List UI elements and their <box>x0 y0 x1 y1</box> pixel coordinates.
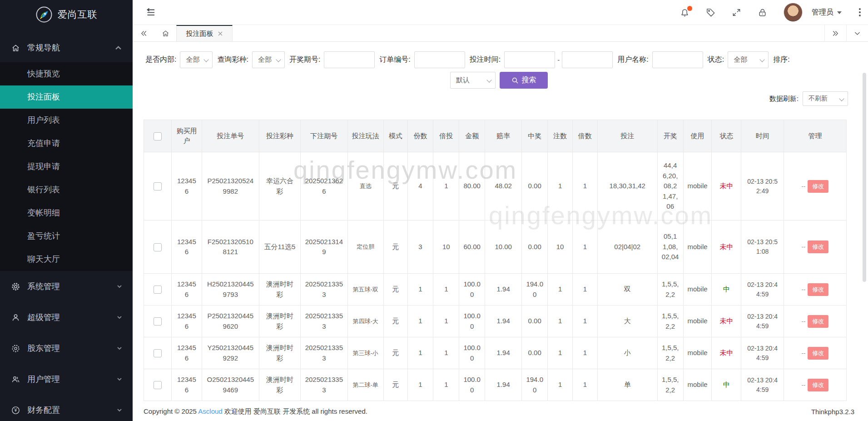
internal-select[interactable]: 全部 <box>180 51 213 68</box>
manage-dash: -- <box>802 381 806 388</box>
cell-play-type: 定位胆 <box>347 221 383 274</box>
manage-dash: -- <box>802 350 806 356</box>
user-menu[interactable]: 管理员 <box>812 8 842 17</box>
row-checkbox[interactable] <box>154 182 162 190</box>
cell-win-amount: 194.00 <box>522 274 548 306</box>
table-row: 123456 P250213205249982 幸运六合彩 2025021362… <box>144 152 847 221</box>
search-button[interactable]: 搜索 <box>500 72 548 89</box>
cell-bet-multiplier: 1 <box>433 306 459 337</box>
col-header: 投注 <box>597 120 657 152</box>
table-row: 123456 H250213204459793 澳洲时时彩 2025021335… <box>144 274 847 306</box>
cell-manage: --修改 <box>784 152 846 221</box>
select-all-cell <box>144 120 172 152</box>
sidebar-item-system-management[interactable]: 系统管理 <box>0 271 133 302</box>
col-header: 使用 <box>683 120 712 152</box>
cell-play-type: 第三球-小 <box>347 337 383 369</box>
fullscreen-icon[interactable] <box>732 8 741 17</box>
modify-button[interactable]: 修改 <box>808 315 828 328</box>
row-checkbox[interactable] <box>154 349 162 357</box>
row-checkbox[interactable] <box>154 243 162 251</box>
tab-options-button[interactable] <box>846 25 868 41</box>
notifications-button[interactable] <box>680 8 689 17</box>
app-window: 爱尚互联 常规导航 快捷预览 投注面板 用户列表 充值申请 提现申请 银 <box>0 0 868 421</box>
sidebar-subitem[interactable]: 用户列表 <box>0 109 133 132</box>
scroll-tabs-left-button[interactable] <box>133 25 154 41</box>
ascloud-link[interactable]: Ascloud <box>198 407 222 415</box>
filter-bar: 是否内部: 全部 查询彩种: 全部 开奖期号: 订单编号: 投注时间: - 用户… <box>144 51 854 68</box>
modify-button[interactable]: 修改 <box>808 347 828 360</box>
cell-play-type: 第五球-双 <box>347 274 383 306</box>
cell-shares: 1 <box>407 274 433 306</box>
cell-lottery: 澳洲时时彩 <box>259 369 300 401</box>
cell-time: 02-13 20:44:59 <box>741 274 784 306</box>
sidebar-subitem-label: 快捷预览 <box>27 69 60 78</box>
sidebar-subitem-label: 盈亏统计 <box>27 231 60 241</box>
sort-select[interactable]: 默认 <box>450 72 496 89</box>
cell-status: 中 <box>712 369 741 401</box>
cell-amount: 100.00 <box>459 306 485 337</box>
order-no-input[interactable] <box>414 51 465 68</box>
cell-multiple: 1 <box>572 274 597 306</box>
home-icon <box>162 30 169 37</box>
cell-lottery: 幸运六合彩 <box>259 152 300 221</box>
cell-period: 20250213149 <box>301 221 348 274</box>
user-avatar[interactable] <box>784 3 803 22</box>
modify-button[interactable]: 修改 <box>808 379 828 391</box>
draw-period-input[interactable] <box>324 51 375 68</box>
vertical-scrollbar[interactable] <box>863 73 866 282</box>
scroll-tabs-right-button[interactable] <box>824 25 846 41</box>
cell-mode: 元 <box>383 369 407 401</box>
sidebar-item-finance-config[interactable]: ¥ 财务配置 <box>0 395 133 421</box>
sidebar-subitem[interactable]: 盈亏统计 <box>0 225 133 248</box>
gear-solid-icon <box>11 282 20 291</box>
bet-time-to-input[interactable] <box>562 51 613 68</box>
col-header: 时间 <box>741 120 784 152</box>
status-select[interactable]: 全部 <box>728 51 769 68</box>
cell-order-no: F250213205108121 <box>202 221 259 274</box>
sidebar-subitem[interactable]: 变帐明细 <box>0 201 133 225</box>
bet-time-from-input[interactable] <box>504 51 555 68</box>
cell-period: 20250213353 <box>301 337 348 369</box>
sidebar-collapse-icon[interactable] <box>145 7 156 18</box>
cell-time: 02-13 20:51:08 <box>741 221 784 274</box>
lottery-select[interactable]: 全部 <box>252 51 285 68</box>
close-icon[interactable] <box>218 31 223 36</box>
sidebar-subitem[interactable]: 提现申请 <box>0 155 133 178</box>
tab-betting-panel[interactable]: 投注面板 <box>176 25 233 41</box>
row-checkbox[interactable] <box>154 286 162 294</box>
modify-button[interactable]: 修改 <box>808 283 828 296</box>
refresh-select[interactable]: 不刷新 <box>803 91 848 106</box>
bets-table: 购买用户 投注单号 投注彩种 下注期号 投注玩法 模式 份数 倍投 金额 赔率 … <box>144 120 847 401</box>
sidebar-item-shareholder-management[interactable]: 股东管理 <box>0 333 133 364</box>
page-footer: Copyright © 2025 Ascloud 欢迎使用 爱尚互联 开发系统 … <box>144 401 854 421</box>
cell-status: 未中 <box>712 337 741 369</box>
modify-button[interactable]: 修改 <box>808 241 828 253</box>
sidebar-item-normal-nav[interactable]: 常规导航 <box>0 37 133 58</box>
cell-bet-content: 双 <box>597 274 657 306</box>
sidebar-item-super-management[interactable]: 超级管理 <box>0 302 133 333</box>
sidebar-subitem[interactable]: 快捷预览 <box>0 62 133 85</box>
row-checkbox[interactable] <box>154 381 162 389</box>
more-options-icon[interactable] <box>858 7 862 17</box>
lock-icon[interactable] <box>758 8 767 17</box>
sidebar-subitem[interactable]: 银行列表 <box>0 178 133 201</box>
username-input[interactable] <box>652 51 703 68</box>
row-checkbox[interactable] <box>154 317 162 326</box>
select-all-checkbox[interactable] <box>154 132 162 140</box>
cell-user: 123456 <box>171 274 202 306</box>
cell-shares: 1 <box>407 306 433 337</box>
modify-button[interactable]: 修改 <box>808 180 828 193</box>
sidebar-subitem[interactable]: 充值申请 <box>0 132 133 155</box>
tag-icon[interactable] <box>706 8 715 17</box>
cell-draw-result: 1,5,5,2,2 <box>657 337 683 369</box>
sidebar-subitem-label: 聊天大厅 <box>27 255 60 264</box>
app-logo[interactable]: 爱尚互联 <box>0 0 133 29</box>
sidebar-subitem[interactable]: 投注面板 <box>0 85 133 109</box>
sidebar-subitem[interactable]: 聊天大厅 <box>0 248 133 271</box>
row-select-cell <box>144 337 172 369</box>
tab-home-button[interactable] <box>154 25 176 41</box>
table-row: 123456 F250213205108121 五分11选5 202502131… <box>144 221 847 274</box>
top-bar: 管理员 <box>133 0 868 25</box>
cell-lottery: 五分11选5 <box>259 221 300 274</box>
sidebar-item-user-management[interactable]: 用户管理 <box>0 364 133 395</box>
